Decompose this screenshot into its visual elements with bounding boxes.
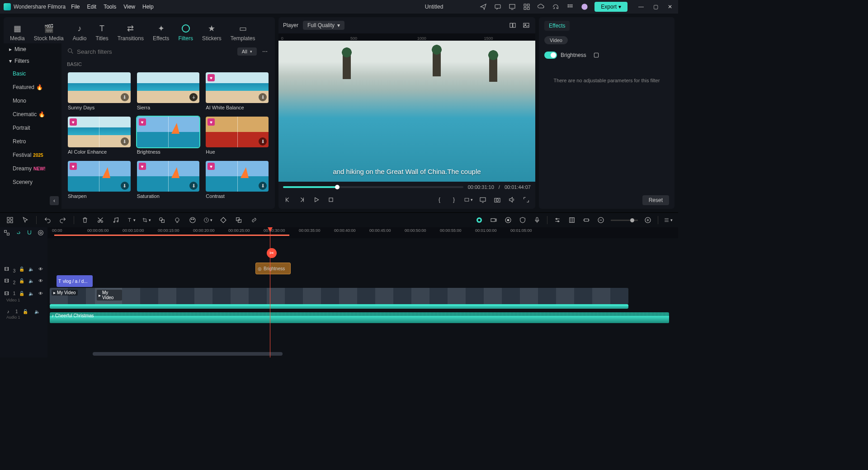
menu-help[interactable]: Help xyxy=(142,4,154,10)
redo-button[interactable] xyxy=(58,216,67,225)
progress-bar[interactable] xyxy=(283,186,463,188)
link-icon[interactable] xyxy=(14,228,22,237)
shape1-icon[interactable] xyxy=(157,216,166,225)
cut-button[interactable] xyxy=(96,216,105,225)
zoom-in-button[interactable] xyxy=(643,216,652,225)
filter-thumb-hue[interactable]: ♥⬇ xyxy=(206,117,269,147)
close-button[interactable]: ✕ xyxy=(665,4,675,10)
video-clip[interactable]: ▸My Video ▸My Video xyxy=(50,288,628,304)
mute-icon[interactable]: 🔈 xyxy=(28,276,34,285)
group-icon[interactable] xyxy=(234,216,243,225)
sidebar-item-retro[interactable]: Retro xyxy=(4,135,61,148)
magnet-icon[interactable] xyxy=(26,228,33,237)
sidebar-group-mine[interactable]: ▸Mine xyxy=(4,43,61,55)
zoom-out-button[interactable] xyxy=(596,216,605,225)
brightness-settings-icon[interactable] xyxy=(592,51,601,60)
download-icon[interactable]: ⬇ xyxy=(189,182,198,190)
send-icon[interactable] xyxy=(479,2,488,11)
filter-all-dropdown[interactable]: All xyxy=(237,47,257,56)
effect-clip[interactable]: ◎ Brightness xyxy=(255,263,291,274)
zoom-slider[interactable] xyxy=(611,220,638,221)
track-vid2-icon[interactable]: 🎞 xyxy=(4,276,10,285)
preview-viewport[interactable]: and hiking on the Great Wall of China.Th… xyxy=(278,41,535,182)
tab-media[interactable]: ▦Media xyxy=(7,22,28,43)
snap-icon[interactable] xyxy=(3,228,10,237)
filter-thumb-contrast[interactable]: ♥⬇ xyxy=(206,161,269,192)
mute-icon[interactable]: 🔈 xyxy=(28,264,34,273)
image-icon[interactable] xyxy=(522,21,531,30)
sidebar-collapse-button[interactable]: ‹ xyxy=(50,196,59,205)
compare-icon[interactable] xyxy=(508,21,517,30)
track-vid3-icon[interactable]: 🎞 xyxy=(4,264,10,273)
select-tool-icon[interactable] xyxy=(21,216,30,225)
playhead[interactable] xyxy=(270,227,270,357)
music-button[interactable] xyxy=(111,216,120,225)
ripple-icon[interactable] xyxy=(37,228,45,237)
avatar[interactable] xyxy=(580,2,589,11)
menu-view[interactable]: View xyxy=(123,4,135,10)
download-icon[interactable]: ⬇ xyxy=(121,182,129,190)
play-button[interactable] xyxy=(312,195,321,204)
sidebar-group-filters[interactable]: ▾Filters xyxy=(4,55,61,67)
filter-thumb-ai-color-enhance[interactable]: ♥⬇ xyxy=(68,117,131,147)
keyframe-icon[interactable] xyxy=(219,216,228,225)
marker-icon[interactable] xyxy=(567,216,576,225)
next-frame-button[interactable] xyxy=(297,195,307,204)
tab-stock-media[interactable]: 🎬Stock Media xyxy=(31,22,66,43)
menu-edit[interactable]: Edit xyxy=(87,4,97,10)
tab-audio[interactable]: ♪Audio xyxy=(70,22,90,43)
menu-file[interactable]: File xyxy=(71,4,80,10)
mark-out-icon[interactable]: } xyxy=(449,195,458,204)
video-subtab[interactable]: Video xyxy=(544,36,568,44)
eye-icon[interactable]: 👁 xyxy=(37,276,44,285)
filter-thumb-ai-white-balance[interactable]: ♥⬇ xyxy=(206,72,269,103)
timeline-ruler[interactable]: 00:0000:00:05:0000:00:10:0000:00:15:0000… xyxy=(47,227,678,238)
sidebar-item-basic[interactable]: Basic xyxy=(4,67,61,80)
prev-frame-button[interactable] xyxy=(283,195,292,204)
filter-thumb-sharpen[interactable]: ♥⬇ xyxy=(68,161,131,192)
filter-thumb-saturation[interactable]: ♥⬇ xyxy=(137,161,200,192)
eye-icon[interactable]: 👁 xyxy=(37,264,44,273)
download-icon[interactable]: ⬇ xyxy=(259,93,267,101)
cloud-icon[interactable] xyxy=(537,2,546,11)
minimize-button[interactable]: — xyxy=(637,4,646,10)
fit-icon[interactable] xyxy=(582,216,591,225)
snapshot-icon[interactable] xyxy=(493,195,502,204)
tab-templates[interactable]: ▭Templates xyxy=(228,22,258,43)
download-icon[interactable]: ⬇ xyxy=(259,182,267,190)
download-icon[interactable]: ⬇ xyxy=(259,137,267,146)
layout-icon[interactable] xyxy=(5,216,14,225)
tab-filters[interactable]: Filters xyxy=(175,22,196,43)
filter-thumb-sierra[interactable]: ⬇＋ xyxy=(137,72,200,103)
brightness-toggle[interactable] xyxy=(544,52,557,59)
lock-icon[interactable]: 🔓 xyxy=(18,264,25,273)
mic-icon[interactable] xyxy=(533,216,542,225)
headset-icon[interactable] xyxy=(551,2,560,11)
search-input[interactable] xyxy=(77,48,234,55)
quality-dropdown[interactable]: Full Quality▾ xyxy=(303,21,344,30)
undo-button[interactable] xyxy=(43,216,52,225)
apps-icon[interactable] xyxy=(566,2,575,11)
filter-thumb-sunny-days[interactable]: ⬇ xyxy=(68,72,131,103)
download-icon[interactable]: ⬇ xyxy=(121,93,129,101)
effects-tab[interactable]: Effects xyxy=(544,21,570,31)
shape2-icon[interactable] xyxy=(173,216,182,225)
speed-button[interactable] xyxy=(203,216,212,225)
fullscreen-preview-icon[interactable] xyxy=(478,195,487,204)
menu-tools[interactable]: Tools xyxy=(104,4,116,10)
mute-icon[interactable]: 🔈 xyxy=(33,307,42,316)
record-voiceover-icon[interactable] xyxy=(475,216,484,225)
record-icon[interactable] xyxy=(504,216,513,225)
adjust-icon[interactable] xyxy=(553,216,562,225)
lock-icon[interactable]: 🔓 xyxy=(18,276,25,285)
export-button[interactable]: Export▾ xyxy=(594,2,627,12)
tab-titles[interactable]: TTitles xyxy=(93,22,111,43)
crop-button[interactable] xyxy=(142,216,151,225)
more-icon[interactable]: ⋯ xyxy=(260,47,269,56)
stop-button[interactable] xyxy=(326,195,335,204)
list-view-icon[interactable] xyxy=(664,216,673,225)
grid-icon[interactable] xyxy=(522,2,531,11)
mark-in-icon[interactable]: { xyxy=(435,195,444,204)
filter-thumb-brightness[interactable]: ♥ xyxy=(137,117,200,147)
timeline-scrollbar[interactable] xyxy=(93,352,283,356)
